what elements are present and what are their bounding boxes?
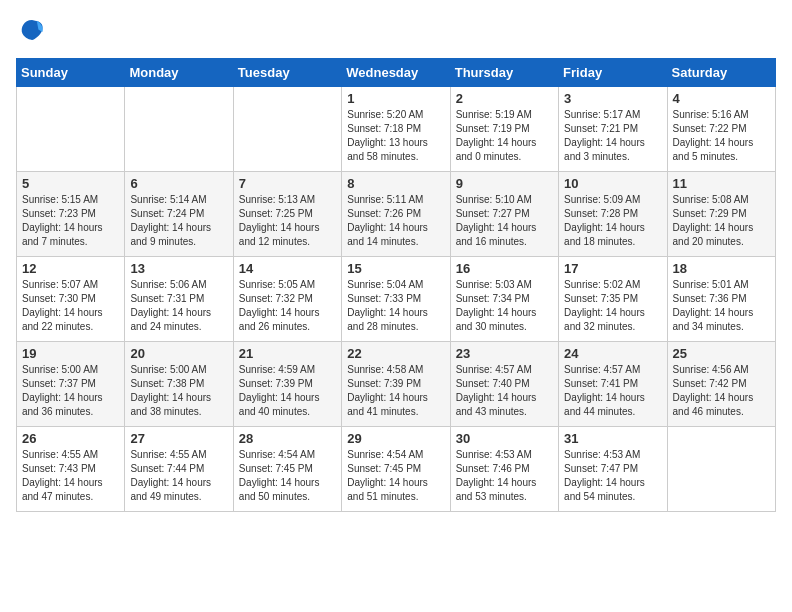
day-of-week-header: Friday: [559, 59, 667, 87]
day-info: Sunrise: 4:53 AM Sunset: 7:46 PM Dayligh…: [456, 448, 553, 504]
day-info: Sunrise: 4:55 AM Sunset: 7:44 PM Dayligh…: [130, 448, 227, 504]
day-number: 30: [456, 431, 553, 446]
calendar-day-cell: 26Sunrise: 4:55 AM Sunset: 7:43 PM Dayli…: [17, 427, 125, 512]
calendar-day-cell: 19Sunrise: 5:00 AM Sunset: 7:37 PM Dayli…: [17, 342, 125, 427]
day-number: 3: [564, 91, 661, 106]
logo-icon: [16, 16, 48, 48]
logo: [16, 16, 52, 48]
day-info: Sunrise: 4:53 AM Sunset: 7:47 PM Dayligh…: [564, 448, 661, 504]
calendar-week-row: 5Sunrise: 5:15 AM Sunset: 7:23 PM Daylig…: [17, 172, 776, 257]
calendar-table: SundayMondayTuesdayWednesdayThursdayFrid…: [16, 58, 776, 512]
day-number: 25: [673, 346, 770, 361]
day-info: Sunrise: 5:17 AM Sunset: 7:21 PM Dayligh…: [564, 108, 661, 164]
calendar-day-cell: 20Sunrise: 5:00 AM Sunset: 7:38 PM Dayli…: [125, 342, 233, 427]
calendar-day-cell: 27Sunrise: 4:55 AM Sunset: 7:44 PM Dayli…: [125, 427, 233, 512]
calendar-day-cell: 29Sunrise: 4:54 AM Sunset: 7:45 PM Dayli…: [342, 427, 450, 512]
calendar-day-cell: 8Sunrise: 5:11 AM Sunset: 7:26 PM Daylig…: [342, 172, 450, 257]
calendar-day-cell: 3Sunrise: 5:17 AM Sunset: 7:21 PM Daylig…: [559, 87, 667, 172]
day-info: Sunrise: 5:08 AM Sunset: 7:29 PM Dayligh…: [673, 193, 770, 249]
day-info: Sunrise: 4:54 AM Sunset: 7:45 PM Dayligh…: [347, 448, 444, 504]
day-of-week-header: Sunday: [17, 59, 125, 87]
day-info: Sunrise: 5:06 AM Sunset: 7:31 PM Dayligh…: [130, 278, 227, 334]
page-header: [16, 16, 776, 48]
day-number: 12: [22, 261, 119, 276]
day-info: Sunrise: 5:00 AM Sunset: 7:38 PM Dayligh…: [130, 363, 227, 419]
day-info: Sunrise: 4:55 AM Sunset: 7:43 PM Dayligh…: [22, 448, 119, 504]
calendar-week-row: 12Sunrise: 5:07 AM Sunset: 7:30 PM Dayli…: [17, 257, 776, 342]
day-info: Sunrise: 4:57 AM Sunset: 7:41 PM Dayligh…: [564, 363, 661, 419]
day-info: Sunrise: 4:54 AM Sunset: 7:45 PM Dayligh…: [239, 448, 336, 504]
day-of-week-header: Monday: [125, 59, 233, 87]
calendar-day-cell: 16Sunrise: 5:03 AM Sunset: 7:34 PM Dayli…: [450, 257, 558, 342]
calendar-day-cell: 9Sunrise: 5:10 AM Sunset: 7:27 PM Daylig…: [450, 172, 558, 257]
calendar-day-cell: 22Sunrise: 4:58 AM Sunset: 7:39 PM Dayli…: [342, 342, 450, 427]
day-number: 31: [564, 431, 661, 446]
day-number: 17: [564, 261, 661, 276]
day-info: Sunrise: 4:57 AM Sunset: 7:40 PM Dayligh…: [456, 363, 553, 419]
day-info: Sunrise: 4:58 AM Sunset: 7:39 PM Dayligh…: [347, 363, 444, 419]
day-number: 10: [564, 176, 661, 191]
day-number: 29: [347, 431, 444, 446]
calendar-week-row: 19Sunrise: 5:00 AM Sunset: 7:37 PM Dayli…: [17, 342, 776, 427]
calendar-day-cell: 4Sunrise: 5:16 AM Sunset: 7:22 PM Daylig…: [667, 87, 775, 172]
day-info: Sunrise: 5:10 AM Sunset: 7:27 PM Dayligh…: [456, 193, 553, 249]
day-number: 19: [22, 346, 119, 361]
day-of-week-header: Thursday: [450, 59, 558, 87]
day-number: 24: [564, 346, 661, 361]
calendar-day-cell: 7Sunrise: 5:13 AM Sunset: 7:25 PM Daylig…: [233, 172, 341, 257]
day-number: 23: [456, 346, 553, 361]
day-number: 2: [456, 91, 553, 106]
day-info: Sunrise: 5:04 AM Sunset: 7:33 PM Dayligh…: [347, 278, 444, 334]
calendar-day-cell: 10Sunrise: 5:09 AM Sunset: 7:28 PM Dayli…: [559, 172, 667, 257]
calendar-day-cell: 14Sunrise: 5:05 AM Sunset: 7:32 PM Dayli…: [233, 257, 341, 342]
day-number: 8: [347, 176, 444, 191]
calendar-week-row: 1Sunrise: 5:20 AM Sunset: 7:18 PM Daylig…: [17, 87, 776, 172]
day-info: Sunrise: 5:05 AM Sunset: 7:32 PM Dayligh…: [239, 278, 336, 334]
day-number: 5: [22, 176, 119, 191]
day-info: Sunrise: 5:19 AM Sunset: 7:19 PM Dayligh…: [456, 108, 553, 164]
day-number: 15: [347, 261, 444, 276]
day-info: Sunrise: 5:01 AM Sunset: 7:36 PM Dayligh…: [673, 278, 770, 334]
day-number: 16: [456, 261, 553, 276]
calendar-day-cell: 15Sunrise: 5:04 AM Sunset: 7:33 PM Dayli…: [342, 257, 450, 342]
calendar-day-cell: 5Sunrise: 5:15 AM Sunset: 7:23 PM Daylig…: [17, 172, 125, 257]
day-info: Sunrise: 5:20 AM Sunset: 7:18 PM Dayligh…: [347, 108, 444, 164]
calendar-day-cell: [125, 87, 233, 172]
calendar-day-cell: [667, 427, 775, 512]
calendar-day-cell: 12Sunrise: 5:07 AM Sunset: 7:30 PM Dayli…: [17, 257, 125, 342]
day-number: 1: [347, 91, 444, 106]
day-info: Sunrise: 5:09 AM Sunset: 7:28 PM Dayligh…: [564, 193, 661, 249]
calendar-header-row: SundayMondayTuesdayWednesdayThursdayFrid…: [17, 59, 776, 87]
calendar-day-cell: 17Sunrise: 5:02 AM Sunset: 7:35 PM Dayli…: [559, 257, 667, 342]
day-number: 11: [673, 176, 770, 191]
day-of-week-header: Saturday: [667, 59, 775, 87]
calendar-day-cell: [17, 87, 125, 172]
calendar-day-cell: 30Sunrise: 4:53 AM Sunset: 7:46 PM Dayli…: [450, 427, 558, 512]
day-number: 7: [239, 176, 336, 191]
calendar-day-cell: 11Sunrise: 5:08 AM Sunset: 7:29 PM Dayli…: [667, 172, 775, 257]
day-number: 28: [239, 431, 336, 446]
day-number: 6: [130, 176, 227, 191]
day-number: 27: [130, 431, 227, 446]
day-number: 14: [239, 261, 336, 276]
calendar-day-cell: 25Sunrise: 4:56 AM Sunset: 7:42 PM Dayli…: [667, 342, 775, 427]
calendar-day-cell: 24Sunrise: 4:57 AM Sunset: 7:41 PM Dayli…: [559, 342, 667, 427]
calendar-day-cell: 13Sunrise: 5:06 AM Sunset: 7:31 PM Dayli…: [125, 257, 233, 342]
day-number: 22: [347, 346, 444, 361]
day-number: 13: [130, 261, 227, 276]
calendar-day-cell: [233, 87, 341, 172]
calendar-day-cell: 21Sunrise: 4:59 AM Sunset: 7:39 PM Dayli…: [233, 342, 341, 427]
day-info: Sunrise: 5:07 AM Sunset: 7:30 PM Dayligh…: [22, 278, 119, 334]
day-info: Sunrise: 5:15 AM Sunset: 7:23 PM Dayligh…: [22, 193, 119, 249]
calendar-day-cell: 31Sunrise: 4:53 AM Sunset: 7:47 PM Dayli…: [559, 427, 667, 512]
day-of-week-header: Wednesday: [342, 59, 450, 87]
day-number: 26: [22, 431, 119, 446]
day-info: Sunrise: 5:02 AM Sunset: 7:35 PM Dayligh…: [564, 278, 661, 334]
calendar-day-cell: 1Sunrise: 5:20 AM Sunset: 7:18 PM Daylig…: [342, 87, 450, 172]
day-number: 18: [673, 261, 770, 276]
day-info: Sunrise: 5:14 AM Sunset: 7:24 PM Dayligh…: [130, 193, 227, 249]
day-number: 9: [456, 176, 553, 191]
day-number: 20: [130, 346, 227, 361]
calendar-week-row: 26Sunrise: 4:55 AM Sunset: 7:43 PM Dayli…: [17, 427, 776, 512]
day-of-week-header: Tuesday: [233, 59, 341, 87]
